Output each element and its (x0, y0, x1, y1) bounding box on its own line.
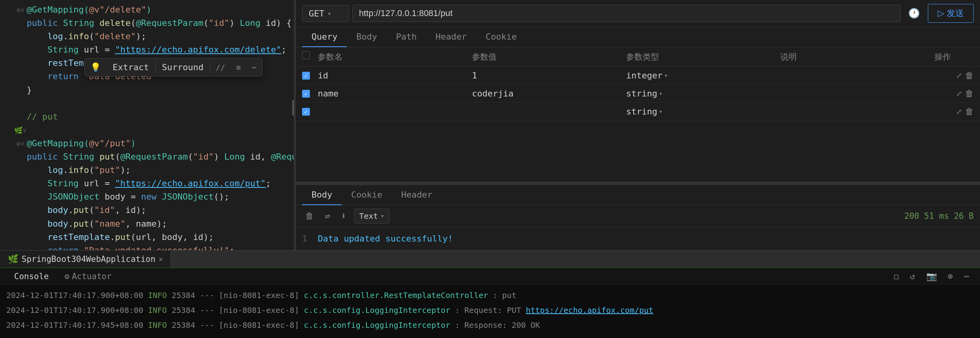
method-select[interactable]: GET ▾ (302, 5, 349, 22)
response-divider[interactable] (296, 182, 980, 185)
tab-cookie[interactable]: Cookie (476, 27, 526, 47)
code-line: ⊕∨ @GetMapping(@v"/delete") (0, 3, 294, 16)
tab-close-icon[interactable]: ✕ (158, 255, 163, 263)
console-line-3: 2024-12-01T17:40:17.945+08:00 INFO 25384… (0, 318, 980, 333)
select-all-checkbox[interactable] (302, 51, 310, 59)
row-actions-id: ⤢ 🗑 (934, 71, 974, 80)
tab-path[interactable]: Path (386, 27, 426, 47)
params-table: 参数名 参数值 参数类型 说明 操作 id 1 integer ▾ (296, 47, 980, 182)
tab-query[interactable]: Query (302, 27, 347, 47)
terminal-icon[interactable]: ⊕ (943, 268, 958, 284)
row-checkbox[interactable] (302, 108, 318, 116)
code-editor: ⊕∨ @GetMapping(@v"/delete") public Strin… (0, 0, 294, 250)
checkbox-id[interactable] (302, 72, 310, 80)
param-value-id[interactable]: 1 (472, 71, 626, 80)
surround-button[interactable]: Surround (156, 58, 210, 76)
clock-icon[interactable]: 🕐 (903, 5, 925, 22)
header-value: 参数值 (472, 51, 626, 62)
stop-icon[interactable]: ◻ (889, 268, 903, 284)
expand-icon[interactable]: ⤢ (956, 71, 962, 80)
tab-header[interactable]: Header (426, 27, 476, 47)
line-code: body.put("id", id); (27, 204, 289, 217)
delete-icon[interactable]: 🗑 (965, 107, 974, 116)
level-1: INFO (148, 289, 167, 301)
param-row-name: name coderjia string ▾ ⤢ 🗑 (296, 85, 980, 103)
expand-icon[interactable]: ⤢ (956, 107, 962, 116)
method-value: GET (309, 9, 324, 18)
line-code: String url = "https://echo.apifox.com/pu… (27, 177, 289, 190)
response-text: Data updated successfully! (318, 232, 453, 245)
line-code: body.put("name", name); (27, 217, 289, 231)
tab-body-response[interactable]: Body (302, 185, 342, 205)
header-checkbox (302, 51, 318, 62)
text-type-value: Text (359, 211, 378, 221)
download-icon[interactable]: ⬇ (338, 209, 349, 222)
url-input[interactable] (352, 5, 900, 22)
tab-header-response[interactable]: Header (392, 185, 441, 205)
comment-icon-btn[interactable]: // (210, 59, 231, 76)
pid-2: 25384 (171, 304, 195, 316)
line-code: log.info("put"); (27, 164, 289, 177)
response-line-1: 1 Data updated successfully! (302, 232, 974, 245)
rerun-icon[interactable]: ↺ (905, 268, 920, 284)
expand-icon[interactable]: ⤢ (956, 89, 962, 98)
params-header: 参数名 参数值 参数类型 说明 操作 (296, 47, 980, 67)
type-chevron-icon: ▾ (659, 90, 663, 97)
line-code: return "Data updated successfully!"; (27, 244, 289, 250)
checkbox-empty[interactable] (302, 108, 310, 116)
springboot-tab[interactable]: 🌿 SpringBoot304WebApplication ✕ (0, 251, 171, 267)
trash-icon[interactable]: 🗑 (302, 209, 317, 222)
console-tab-label: Console (14, 272, 49, 281)
type-format-chevron: ▾ (381, 212, 384, 220)
code-line: log.info("delete"); (0, 30, 294, 43)
code-line: ⊕∨ @GetMapping(@v"/put") (0, 137, 294, 150)
param-value-name[interactable]: coderjia (472, 89, 626, 98)
param-type-name[interactable]: string ▾ (626, 89, 780, 98)
tab-body[interactable]: Body (347, 27, 386, 47)
list-icon-btn[interactable]: ≡ (231, 59, 246, 76)
more-icon-btn[interactable]: ⋯ (246, 59, 262, 76)
code-line: String url = "https://echo.apifox.com/de… (0, 43, 294, 56)
level-2: INFO (148, 304, 167, 316)
line-code: public String put(@RequestParam("id") Lo… (27, 150, 294, 164)
code-line: public String delete(@RequestParam("id")… (0, 16, 294, 30)
thread-1: [nio-8081-exec-8] (219, 289, 299, 301)
thread-separator-3: --- (200, 319, 214, 331)
line-icons: ⊕∨ (14, 5, 27, 16)
response-tabs: Body Cookie Header (296, 185, 980, 205)
actuator-tab[interactable]: ⚙ Actuator (57, 269, 120, 284)
link-2[interactable]: https://echo.apifox.com/put (526, 304, 653, 316)
delete-icon[interactable]: 🗑 (965, 71, 974, 80)
camera-icon[interactable]: 📷 (922, 268, 942, 284)
text-type-select[interactable]: Text ▾ (354, 209, 390, 224)
row-checkbox[interactable] (302, 72, 318, 80)
settings-icon[interactable]: ⋯ (959, 268, 974, 284)
param-name-id[interactable]: id (318, 71, 472, 80)
editor-bottom-bar: 🌿 SpringBoot304WebApplication ✕ (0, 250, 980, 267)
line-code (27, 97, 289, 110)
pid-1: 25384 (171, 289, 195, 301)
springboot-tab-label: SpringBoot304WebApplication (22, 254, 155, 264)
line-code: log.info("delete"); (27, 30, 289, 43)
checkbox-name[interactable] (302, 90, 310, 98)
row-checkbox[interactable] (302, 90, 318, 98)
tab-cookie-response[interactable]: Cookie (342, 185, 392, 205)
code-line: restTemplate.put(url, body, id); (0, 231, 294, 244)
wrap-icon[interactable]: ⇌ (322, 209, 333, 222)
type-chevron-icon: ▾ (659, 108, 663, 115)
code-line: body.put("id", id); (0, 204, 294, 217)
param-name-name[interactable]: name (318, 89, 472, 98)
send-label: 发送 (947, 7, 964, 19)
header-actions: 操作 (934, 51, 974, 62)
extract-button[interactable]: Extract (106, 58, 155, 76)
main-container: ⊕∨ @GetMapping(@v"/delete") public Strin… (0, 0, 980, 338)
param-type-empty[interactable]: string ▾ (626, 107, 780, 116)
request-tabs: Query Body Path Header Cookie (296, 27, 980, 47)
vertical-drag-handle[interactable] (292, 100, 294, 116)
delete-icon[interactable]: 🗑 (965, 89, 974, 98)
row-actions-empty: ⤢ 🗑 (934, 107, 974, 116)
line-code: restTemplate.put(url, body, id); (27, 231, 289, 244)
param-type-id[interactable]: integer ▾ (626, 71, 780, 80)
console-tab[interactable]: Console (6, 269, 57, 284)
send-button[interactable]: ▷ 发送 (928, 4, 974, 23)
